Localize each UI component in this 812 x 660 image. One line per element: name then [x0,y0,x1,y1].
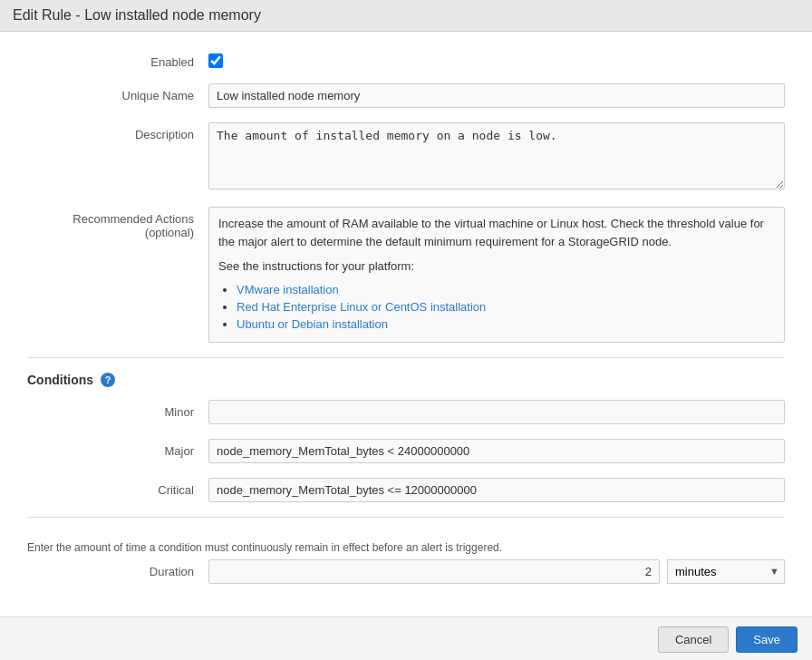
duration-label: Duration [27,559,208,578]
duration-note: Enter the amount of time a condition mus… [27,532,785,559]
duration-select-wrapper: minutes seconds hours ▼ [667,559,785,584]
link-ubuntu[interactable]: Ubuntu or Debian installation [237,317,388,331]
unique-name-control [208,83,785,108]
recommended-links-list: VMware installation Red Hat Enterprise L… [237,283,775,331]
minor-control [208,400,785,424]
unique-name-label: Unique Name [27,83,208,102]
enabled-row: Enabled [27,50,785,69]
link-vmware[interactable]: VMware installation [237,283,339,296]
major-row: Major [27,439,785,463]
critical-row: Critical [27,478,785,502]
recommended-p2: See the instructions for your platform: [218,257,775,276]
duration-control: minutes seconds hours ▼ [208,559,785,584]
save-button[interactable]: Save [736,626,798,653]
enabled-label: Enabled [27,50,208,69]
recommended-p1: Increase the amount of RAM available to … [218,215,775,250]
enabled-checkbox[interactable] [208,53,223,68]
duration-row: Duration minutes seconds hours ▼ [27,559,785,584]
minor-label: Minor [27,400,208,419]
minor-input[interactable] [208,400,785,424]
critical-input[interactable] [208,478,785,502]
description-control: The amount of installed memory on a node… [208,122,785,192]
page-header: Edit Rule - Low installed node memory [0,0,812,32]
section-divider [27,357,785,358]
conditions-title: Conditions [27,373,93,387]
duration-input[interactable] [208,559,660,584]
major-input[interactable] [208,439,785,463]
description-row: Description The amount of installed memo… [27,122,785,192]
link-redhat[interactable]: Red Hat Enterprise Linux or CentOS insta… [237,300,486,314]
conditions-help-icon[interactable]: ? [101,373,115,387]
duration-select[interactable]: minutes seconds hours [667,559,785,584]
minor-row: Minor [27,400,785,424]
major-control [208,439,785,463]
page-container: Edit Rule - Low installed node memory En… [0,0,812,660]
recommended-box[interactable]: Increase the amount of RAM available to … [208,207,785,343]
page-title: Edit Rule - Low installed node memory [13,7,799,24]
form-area: Enabled Unique Name Description The amou… [0,32,812,616]
description-label: Description [27,122,208,141]
enabled-control [208,50,785,68]
major-label: Major [27,439,208,458]
recommended-control: Increase the amount of RAM available to … [208,207,785,343]
critical-label: Critical [27,478,208,497]
conditions-header: Conditions ? [27,373,785,387]
footer-buttons: Cancel Save [0,616,812,661]
cancel-button[interactable]: Cancel [658,626,729,653]
unique-name-input[interactable] [208,83,785,108]
critical-control [208,478,785,502]
section-divider-2 [27,517,785,518]
unique-name-row: Unique Name [27,83,785,108]
recommended-label: Recommended Actions (optional) [27,207,208,239]
recommended-row: Recommended Actions (optional) Increase … [27,207,785,343]
description-textarea[interactable]: The amount of installed memory on a node… [208,122,785,189]
